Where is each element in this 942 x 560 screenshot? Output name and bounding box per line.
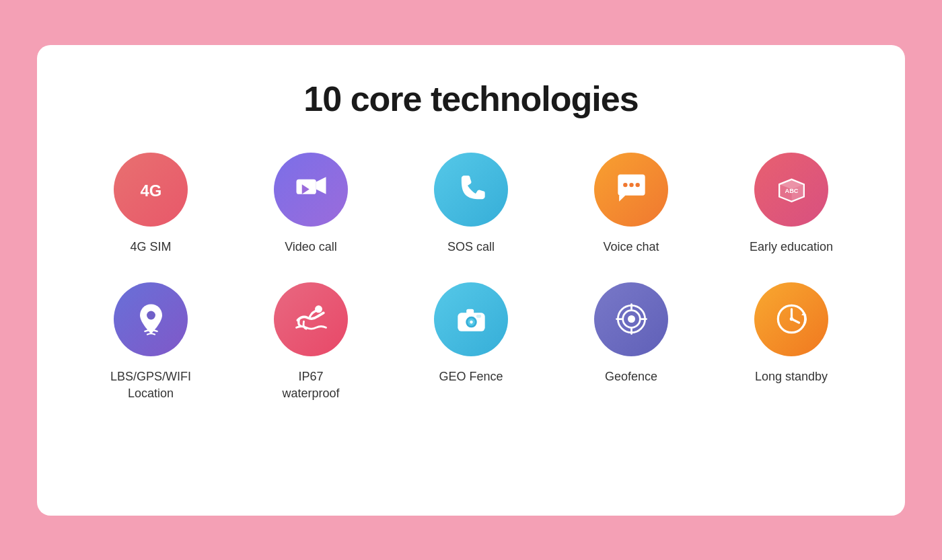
voice-chat-icon-circle — [594, 153, 668, 227]
svg-point-5 — [629, 183, 633, 187]
lbs-gps-icon — [133, 301, 170, 337]
geofence-label: Geofence — [605, 368, 657, 385]
svg-point-30 — [789, 317, 793, 321]
svg-text:4G: 4G — [140, 182, 161, 200]
video-call-icon-circle — [274, 153, 348, 227]
lbs-gps-label: LBS/GPS/WIFILocation — [110, 368, 191, 402]
svg-point-4 — [623, 183, 627, 187]
page-title: 10 core technologies — [303, 79, 638, 119]
svg-rect-18 — [466, 309, 474, 314]
ip67-label: IP67waterproof — [282, 368, 339, 402]
svg-marker-2 — [316, 177, 326, 194]
voice-chat-label: Voice chat — [603, 239, 659, 255]
ip67-icon-circle — [274, 282, 348, 356]
early-education-icon-circle: ABC — [754, 153, 828, 227]
early-education-label: Early education — [750, 239, 833, 255]
4g-sim-label: 4G SIM — [130, 239, 171, 255]
svg-rect-19 — [476, 315, 480, 318]
geofence-icon-circle — [594, 282, 668, 356]
features-grid: 4G 4G SIM Video call — [77, 153, 865, 403]
ip67-icon — [293, 301, 330, 337]
feature-ip67: IP67waterproof — [238, 282, 384, 402]
feature-4g-sim: 4G 4G SIM — [77, 153, 224, 255]
sos-call-icon — [453, 171, 490, 208]
lbs-gps-icon-circle — [114, 282, 188, 356]
4g-icon: 4G — [133, 171, 170, 208]
early-education-icon: ABC — [773, 171, 810, 208]
feature-long-standby: Long standby — [718, 282, 865, 402]
feature-early-education: ABC Early education — [718, 153, 865, 255]
svg-rect-1 — [296, 179, 316, 194]
geo-fence-icon — [453, 301, 490, 337]
svg-text:ABC: ABC — [785, 188, 798, 194]
feature-geofence: Geofence — [558, 282, 704, 402]
4g-sim-icon-circle: 4G — [114, 153, 188, 227]
feature-geo-fence: GEO Fence — [398, 282, 544, 402]
sos-call-icon-circle — [434, 153, 508, 227]
video-call-icon — [293, 171, 330, 208]
feature-video-call: Video call — [238, 153, 384, 255]
long-standby-icon-circle — [754, 282, 828, 356]
main-card: 10 core technologies 4G 4G SIM — [37, 45, 905, 516]
long-standby-icon — [773, 301, 810, 337]
geofence-icon — [613, 301, 650, 337]
feature-sos-call: SOS call — [398, 153, 544, 255]
video-call-label: Video call — [285, 239, 337, 255]
svg-point-12 — [147, 311, 155, 320]
feature-voice-chat: Voice chat — [558, 153, 704, 255]
svg-point-22 — [628, 315, 635, 323]
feature-lbs-gps: LBS/GPS/WIFILocation — [77, 282, 224, 402]
sos-call-label: SOS call — [447, 239, 495, 255]
voice-chat-icon — [613, 171, 650, 208]
geo-fence-icon-circle — [434, 282, 508, 356]
svg-point-17 — [470, 321, 473, 324]
svg-point-6 — [635, 183, 639, 187]
long-standby-label: Long standby — [755, 368, 828, 385]
geo-fence-label: GEO Fence — [439, 368, 503, 385]
